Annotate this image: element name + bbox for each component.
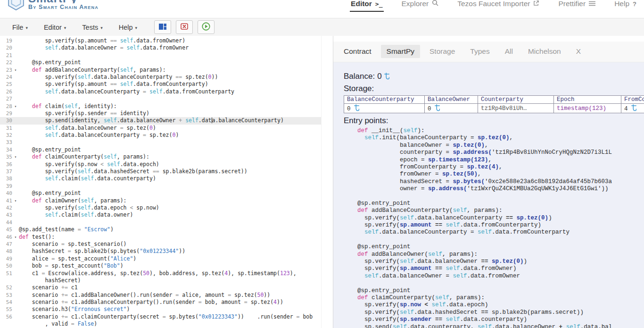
editor-line[interactable]: 46▾def test(): (0, 234, 321, 241)
editor-line[interactable]: 26 self.data.balanceCounterparty = self.… (0, 88, 321, 95)
editor-line[interactable]: 19 sp.verify(sp.amount == self.data.from… (0, 37, 321, 44)
fold-marker-icon[interactable]: ▾ (12, 153, 19, 160)
editor-line-code[interactable] (19, 219, 321, 226)
editor-line[interactable]: 30 sp.send(identity, self.data.balanceOw… (0, 117, 321, 124)
editor-line[interactable]: 47 scenario = sp.test_scenario() (0, 241, 321, 248)
editor-line-code[interactable]: @sp.entry_point (19, 190, 321, 197)
editor-line[interactable]: 20 self.data.balanceOwner = self.data.fr… (0, 44, 321, 51)
editor-line[interactable]: 42 sp.verify(self.data.epoch < sp.now) (0, 204, 321, 211)
editor-line-code[interactable]: def claimCounterparty(self, params): (19, 153, 321, 160)
fold-marker-icon[interactable]: ▾ (12, 103, 19, 110)
editor-line[interactable]: 34 @sp.entry_point (0, 146, 321, 153)
editor-line[interactable]: 32 self.data.balanceCounterparty = sp.te… (0, 132, 321, 139)
editor-line-code[interactable]: @sp.entry_point (19, 146, 321, 153)
editor-line-code[interactable]: sp.verify(sp.amount == self.data.fromCou… (19, 81, 321, 88)
nav-item-editor[interactable]: Editor>_ (350, 0, 383, 12)
editor-line[interactable]: 38 self.claim(self.data.counterparty) (0, 175, 321, 182)
editor-line[interactable]: hashSecret) (0, 277, 321, 284)
editor-line[interactable]: 52 scenario += c1 (0, 284, 321, 291)
editor-line-code[interactable]: self.data.balanceCounterparty = self.dat… (19, 88, 321, 95)
editor-line-code[interactable]: bob = sp.test_account("Bob") (19, 262, 321, 269)
clear-output-button[interactable] (176, 20, 193, 34)
editor-line[interactable]: 37 sp.verify(self.data.hashedSecret == s… (0, 168, 321, 175)
fold-marker-icon[interactable]: ▾ (12, 67, 19, 74)
editor-line-code[interactable]: sp.verify(self.data.hashedSecret == sp.b… (19, 168, 321, 175)
menu-tests[interactable]: Tests▾ (76, 21, 108, 34)
editor-line[interactable]: 41▾ def claimOwner(self, params): (0, 197, 321, 204)
menu-help[interactable]: Help▾ (113, 21, 143, 34)
editor-line-code[interactable]: def addBalanceCounterparty(self, params)… (19, 67, 321, 74)
editor-line[interactable]: 36 sp.verify(sp.now < self.data.epoch) (0, 161, 321, 168)
editor-line[interactable]: 35▾ def claimCounterparty(self, params): (0, 153, 321, 160)
editor-line[interactable]: 21 (0, 52, 321, 59)
tab-x[interactable]: X (570, 45, 586, 58)
editor-line-code[interactable]: , valid = False) (19, 320, 321, 328)
editor-line-code[interactable]: scenario += c1 (19, 284, 321, 291)
editor-line[interactable]: 56 scenario += c1.claimCounterparty(secr… (0, 313, 321, 320)
editor-line-code[interactable]: sp.verify(sp.amount == self.data.fromOwn… (19, 37, 321, 44)
editor-line-code[interactable]: @sp.add_test(name = "Escrow") (19, 226, 321, 233)
nav-item-prettifier[interactable]: Prettifier (557, 0, 596, 11)
editor-line-code[interactable]: hashSecret = sp.blake2b(sp.bytes("0x0122… (19, 248, 321, 255)
tab-types[interactable]: Types (464, 45, 495, 58)
editor-line-code[interactable] (19, 139, 321, 146)
editor-line-code[interactable]: self.claim(self.data.counterparty) (19, 175, 321, 182)
editor-line[interactable]: 50 bob = sp.test_account("Bob") (0, 262, 321, 269)
tab-contract[interactable]: Contract (338, 45, 377, 58)
editor-line[interactable]: , valid = False) (0, 320, 321, 328)
editor-line[interactable]: 43 self.claim(self.data.owner) (0, 211, 321, 219)
nav-item-help[interactable]: Help? (613, 0, 637, 11)
editor-line[interactable]: 22 @sp.entry_point (0, 59, 321, 66)
editor-line-code[interactable]: sp.send(identity, self.data.balanceOwner… (19, 117, 321, 124)
editor-line-code[interactable]: hashSecret) (19, 277, 321, 284)
editor-line-code[interactable]: sp.verify(sp.sender == identity) (19, 110, 321, 117)
editor-line[interactable]: 44 (0, 219, 321, 226)
editor-line-code[interactable]: scenario += c1.claimCounterparty(secret … (19, 313, 321, 320)
editor-line-code[interactable]: sp.verify(self.data.balanceCounterparty … (19, 74, 321, 81)
editor-line-code[interactable]: c1 = Escrow(alice.address, sp.tez(50), b… (19, 270, 321, 277)
layout-templates-button[interactable] (154, 20, 171, 34)
editor-line[interactable]: 33 (0, 139, 321, 146)
editor-line-code[interactable]: alice = sp.test_account("Alice") (19, 255, 321, 262)
editor-line-code[interactable]: scenario += c1.addBalanceOwner().run(sen… (19, 292, 321, 299)
editor-line[interactable]: 53 scenario += c1.addBalanceOwner().run(… (0, 292, 321, 299)
fold-marker-icon[interactable]: ▾ (12, 197, 19, 204)
editor-line-code[interactable]: scenario.h3("Erronous secret") (19, 306, 321, 313)
nav-item-explorer[interactable]: Explorer (401, 0, 440, 11)
editor-line-code[interactable] (19, 95, 321, 102)
editor-line[interactable]: 29 sp.verify(sp.sender == identity) (0, 110, 321, 117)
tab-smartpy[interactable]: SmartPy (381, 45, 420, 58)
editor-line-code[interactable]: self.claim(self.data.owner) (19, 211, 321, 219)
editor-line-code[interactable]: self.data.balanceOwner = self.data.fromO… (19, 44, 321, 51)
editor-line[interactable]: 39 (0, 183, 321, 190)
menu-file[interactable]: File▾ (7, 21, 33, 34)
editor-line-code[interactable] (19, 183, 321, 190)
editor-line[interactable]: 27 (0, 95, 321, 102)
nav-item-tezos-faucet-importer[interactable]: Tezos Faucet Importer (456, 0, 540, 11)
editor-line-code[interactable]: self.data.balanceCounterparty = sp.tez(0… (19, 132, 321, 139)
code-editor[interactable]: 19 sp.verify(sp.amount == self.data.from… (0, 36, 322, 328)
editor-line-code[interactable]: self.data.balanceOwner = sp.tez(0) (19, 125, 321, 132)
tab-all[interactable]: All (499, 45, 519, 58)
tab-michelson[interactable]: Michelson (522, 45, 567, 58)
editor-line-code[interactable]: scenario += c1.addBalanceCounterparty().… (19, 299, 321, 306)
editor-line[interactable]: 48 hashSecret = sp.blake2b(sp.bytes("0x0… (0, 248, 321, 255)
editor-line[interactable]: 51 c1 = Escrow(alice.address, sp.tez(50)… (0, 270, 321, 277)
editor-line-code[interactable]: sp.verify(sp.now < self.data.epoch) (19, 161, 321, 168)
tab-storage[interactable]: Storage (424, 45, 461, 58)
editor-line-code[interactable]: scenario = sp.test_scenario() (19, 241, 321, 248)
editor-line-code[interactable]: @sp.entry_point (19, 59, 321, 66)
editor-line-code[interactable]: def claimOwner(self, params): (19, 197, 321, 204)
fold-marker-icon[interactable]: ▾ (12, 234, 19, 241)
smartpy-logo[interactable]: SmartPy By Smart Chain Arena (8, 0, 99, 12)
editor-line-code[interactable]: sp.verify(self.data.epoch < sp.now) (19, 204, 321, 211)
editor-line-code[interactable] (19, 52, 321, 59)
editor-line-code[interactable]: def test(): (19, 234, 321, 241)
editor-line-code[interactable]: def claim(self, identity): (19, 103, 321, 110)
editor-line[interactable]: 28▾ def claim(self, identity): (0, 103, 321, 110)
editor-line[interactable]: 55 scenario.h3("Erronous secret") (0, 306, 321, 313)
editor-line[interactable]: 25 sp.verify(sp.amount == self.data.from… (0, 81, 321, 88)
pane-divider[interactable] (322, 36, 333, 328)
editor-line[interactable]: 45@sp.add_test(name = "Escrow") (0, 226, 321, 233)
editor-line[interactable]: 31 self.data.balanceOwner = sp.tez(0) (0, 125, 321, 132)
